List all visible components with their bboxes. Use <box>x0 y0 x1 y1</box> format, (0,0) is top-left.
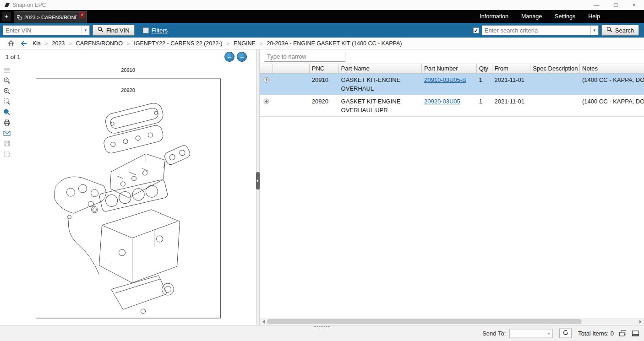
chevron-down-icon[interactable]: ▾ <box>545 331 552 336</box>
viewer-toolbar <box>0 64 14 325</box>
qty-cell: 1 <box>477 74 492 95</box>
breadcrumb-item-model[interactable]: CARENS/RONDO <box>76 40 123 47</box>
tab-carens[interactable]: 2023 > CARENS/ROND… × <box>14 11 87 23</box>
breadcrumb-item-year[interactable]: 2023 <box>52 40 65 47</box>
illustration-pane: 1 of 1 ← → <box>0 49 256 325</box>
search-icon <box>98 27 104 34</box>
scroll-right-icon[interactable] <box>637 318 644 325</box>
expand-row-icon[interactable] <box>260 74 273 95</box>
scrollbar-track[interactable] <box>267 318 637 325</box>
tab-bar: + 2023 > CARENS/ROND… × Information Mana… <box>0 10 644 23</box>
column-expand[interactable] <box>260 64 273 73</box>
narrow-filter-input[interactable] <box>264 52 345 62</box>
menu-information[interactable]: Information <box>480 13 508 20</box>
open-new-window-icon[interactable] <box>619 330 627 337</box>
scroll-left-icon[interactable] <box>260 318 267 325</box>
parts-table-body: 20910 GASKET KIT-ENGINE OVERHAUL 20910-0… <box>260 74 644 318</box>
filters-link[interactable]: Filters <box>152 27 168 34</box>
scrollbar-thumb[interactable] <box>267 319 582 324</box>
criteria-search-group: ✓ ▾ Search <box>473 25 641 36</box>
breadcrumb-item-section[interactable]: ENGINE <box>234 40 256 47</box>
search-button[interactable]: Search <box>601 25 639 36</box>
close-button[interactable]: × <box>632 0 636 10</box>
find-vin-button[interactable]: Find VIN <box>93 25 135 36</box>
menu-settings[interactable]: Settings <box>555 13 575 20</box>
refresh-arrow-icon <box>562 329 569 337</box>
maximize-button[interactable]: □ <box>614 0 618 10</box>
part-number-link[interactable]: 20920-03U05 <box>424 98 460 105</box>
criteria-combobox[interactable]: ▾ <box>482 25 599 35</box>
pnc-cell: 20910 <box>310 74 339 95</box>
total-items-value: 0 <box>611 330 614 337</box>
illustration-canvas[interactable]: 20910 20920 <box>14 64 256 325</box>
horizontal-scrollbar[interactable] <box>260 318 644 325</box>
expand-row-icon[interactable] <box>260 95 273 116</box>
chevron-down-icon[interactable]: ▾ <box>590 26 598 35</box>
column-qty[interactable]: Qty <box>477 64 492 73</box>
column-blank[interactable] <box>273 64 310 73</box>
criteria-input[interactable] <box>482 26 590 35</box>
statusbar-grip-handle[interactable] <box>314 326 330 327</box>
vin-input[interactable] <box>3 26 82 35</box>
next-page-button[interactable]: → <box>237 52 247 62</box>
new-tab-button[interactable]: + <box>2 12 11 22</box>
zoom-region-icon[interactable] <box>1 97 12 106</box>
notes-cell: (1400 CC - KAPPA, DOH <box>580 95 644 116</box>
table-row[interactable]: 20910 GASKET KIT-ENGINE OVERHAUL 20910-0… <box>260 74 644 95</box>
callout-20910[interactable]: 20910 <box>121 67 135 73</box>
breadcrumb-item-make[interactable]: Kia <box>33 40 41 47</box>
zoom-out-icon[interactable] <box>1 86 12 96</box>
splitter-collapse-handle[interactable] <box>256 172 260 189</box>
window-title: Snap-on EPC <box>12 2 46 8</box>
email-icon[interactable] <box>1 128 12 138</box>
chevron-down-icon[interactable]: ▾ <box>82 26 89 35</box>
filters-group: Filters <box>143 27 168 34</box>
callout-20920[interactable]: 20920 <box>121 87 135 93</box>
title-bar: Snap-on EPC — □ × <box>0 0 644 10</box>
row-thumbnail-cell <box>273 95 310 116</box>
column-notes[interactable]: Notes <box>580 64 644 73</box>
menu-help[interactable]: Help <box>588 13 600 20</box>
exploded-parts-sketch <box>55 102 191 314</box>
select-region-icon[interactable] <box>1 149 12 159</box>
table-row[interactable]: 20920 GASKET KIT-ENGINE OVERHAUL UPR 209… <box>260 95 644 117</box>
notes-cell: (1400 CC - KAPPA, DOH <box>580 74 644 95</box>
back-arrow-icon[interactable] <box>20 40 27 47</box>
print-icon[interactable] <box>1 118 12 127</box>
send-button[interactable] <box>559 329 572 338</box>
column-from[interactable]: From <box>492 64 531 73</box>
viewer-header: 1 of 1 ← → <box>0 49 256 64</box>
criteria-checkbox[interactable]: ✓ <box>473 27 479 33</box>
spec-description-cell <box>530 74 580 95</box>
tab-close-icon[interactable]: × <box>79 12 85 18</box>
tab-label: 2023 > CARENS/ROND… <box>24 15 77 20</box>
pane-splitter[interactable] <box>256 49 260 325</box>
column-part-name[interactable]: Part Name <box>339 64 422 73</box>
breadcrumb-item-illustration[interactable]: 20-203A - ENGINE GASKET KIT (1400 CC - K… <box>267 40 402 47</box>
page-indicator: 1 of 1 <box>5 54 21 60</box>
minimize-button[interactable]: — <box>594 0 600 10</box>
pnc-cell: 20920 <box>310 95 339 116</box>
toolbar-grip-icon[interactable] <box>1 65 12 75</box>
send-to-dropdown[interactable]: ▾ <box>509 329 553 338</box>
breadcrumb-separator: > <box>260 41 262 46</box>
column-spec-description[interactable]: Spec Description <box>530 64 580 73</box>
filters-checkbox[interactable] <box>143 27 149 33</box>
column-part-number[interactable]: Part Number <box>422 64 477 73</box>
home-icon[interactable] <box>7 40 15 47</box>
breadcrumb-item-catalog[interactable]: IGENPTY22 - CARENS 22 (2022-) <box>134 40 222 47</box>
breadcrumb-separator: > <box>69 41 71 46</box>
snap-on-logo-icon <box>4 1 10 9</box>
locate-part-icon[interactable] <box>1 107 12 117</box>
save-icon[interactable] <box>1 139 12 148</box>
vin-combobox[interactable]: ▾ <box>3 25 90 35</box>
column-pnc[interactable]: PNC <box>310 64 339 73</box>
menu-manage[interactable]: Manage <box>521 13 542 20</box>
zoom-in-icon[interactable] <box>1 76 12 85</box>
part-number-link[interactable]: 20910-03U05-B <box>424 76 466 83</box>
previous-page-button[interactable]: ← <box>224 52 235 62</box>
search-toolbar: ▾ Find VIN Filters ✓ ▾ Search <box>0 23 644 38</box>
find-vin-label: Find VIN <box>106 27 130 34</box>
parts-pane: PNC Part Name Part Number Qty From Spec … <box>260 49 644 325</box>
dock-panel-icon[interactable] <box>632 330 639 336</box>
